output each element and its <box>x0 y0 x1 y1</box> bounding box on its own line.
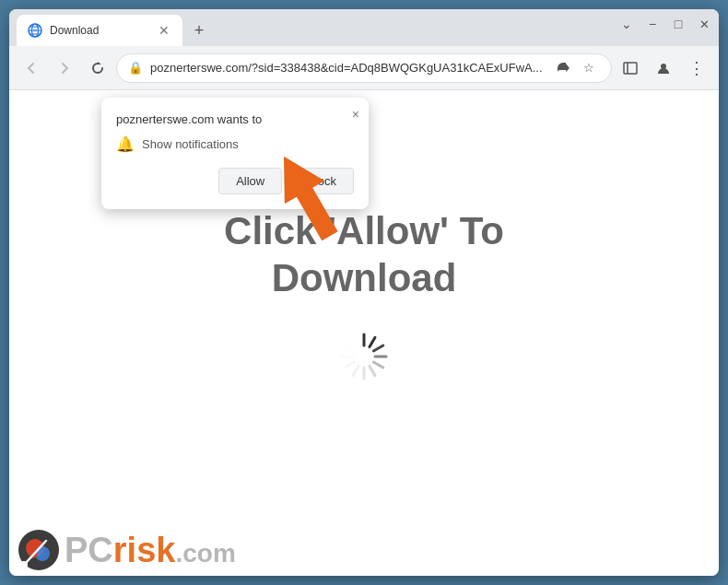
new-tab-button[interactable]: + <box>186 18 212 43</box>
toolbar-right: ⋮ <box>616 53 711 83</box>
arrow-indicator <box>265 146 348 251</box>
loading-spinner <box>336 329 392 384</box>
svg-rect-7 <box>624 63 637 74</box>
svg-point-5 <box>33 29 37 32</box>
address-bar-actions: ☆ <box>552 57 600 79</box>
popup-notification-label: Show notifications <box>142 137 239 151</box>
popup-close-button[interactable]: × <box>352 107 359 122</box>
window-controls: ⌄ − □ ✕ <box>619 17 711 31</box>
browser-tab[interactable]: Download ✕ <box>17 15 182 46</box>
navigation-bar: 🔒 poznerterswe.com/?sid=338438&cid=ADq8B… <box>9 46 719 90</box>
url-text: poznerterswe.com/?sid=338438&cid=ADq8BWQ… <box>150 61 545 75</box>
popup-site-name: poznerterswe.com wants to <box>116 112 354 126</box>
browser-content: × poznerterswe.com wants to 🔔 Show notif… <box>9 90 719 576</box>
pcrisk-pc-text: PC <box>65 531 113 569</box>
tab-favicon <box>28 23 42 38</box>
share-icon[interactable] <box>552 57 574 79</box>
lock-icon: 🔒 <box>128 61 143 75</box>
minimize-button[interactable]: − <box>645 17 660 31</box>
pcrisk-text: PCrisk.com <box>65 531 236 570</box>
sidebar-button[interactable] <box>616 53 645 83</box>
tab-close-button[interactable]: ✕ <box>157 23 171 38</box>
forward-button[interactable] <box>50 53 79 83</box>
close-button[interactable]: ✕ <box>697 17 711 31</box>
pcrisk-risk-text: risk <box>113 531 176 569</box>
svg-line-16 <box>370 366 375 375</box>
maximize-button[interactable]: □ <box>671 17 686 31</box>
svg-line-19 <box>345 362 354 368</box>
svg-line-15 <box>373 362 382 368</box>
address-bar[interactable]: 🔒 poznerterswe.com/?sid=338438&cid=ADq8B… <box>116 53 612 83</box>
browser-window: Download ✕ + ⌄ − □ ✕ 🔒 poznerterswe.com/… <box>9 9 719 576</box>
svg-line-12 <box>370 337 375 346</box>
svg-point-28 <box>20 561 28 568</box>
back-button[interactable] <box>17 53 46 83</box>
title-bar: Download ✕ + ⌄ − □ ✕ <box>9 9 719 46</box>
pcrisk-watermark: PCrisk.com <box>9 524 243 576</box>
bell-icon: 🔔 <box>116 135 135 153</box>
menu-button[interactable]: ⋮ <box>682 53 711 83</box>
window-chevron[interactable]: ⌄ <box>619 17 634 31</box>
bookmark-icon[interactable]: ☆ <box>578 57 600 79</box>
tab-title-text: Download <box>50 24 149 37</box>
pcrisk-domain-text: .com <box>175 539 235 567</box>
pcrisk-logo-icon <box>17 528 61 572</box>
svg-line-21 <box>345 345 354 351</box>
svg-line-13 <box>373 345 382 351</box>
svg-marker-6 <box>98 62 101 64</box>
profile-icon[interactable] <box>649 53 678 83</box>
svg-line-18 <box>353 366 358 375</box>
refresh-button[interactable] <box>83 53 112 83</box>
svg-marker-10 <box>265 146 348 247</box>
